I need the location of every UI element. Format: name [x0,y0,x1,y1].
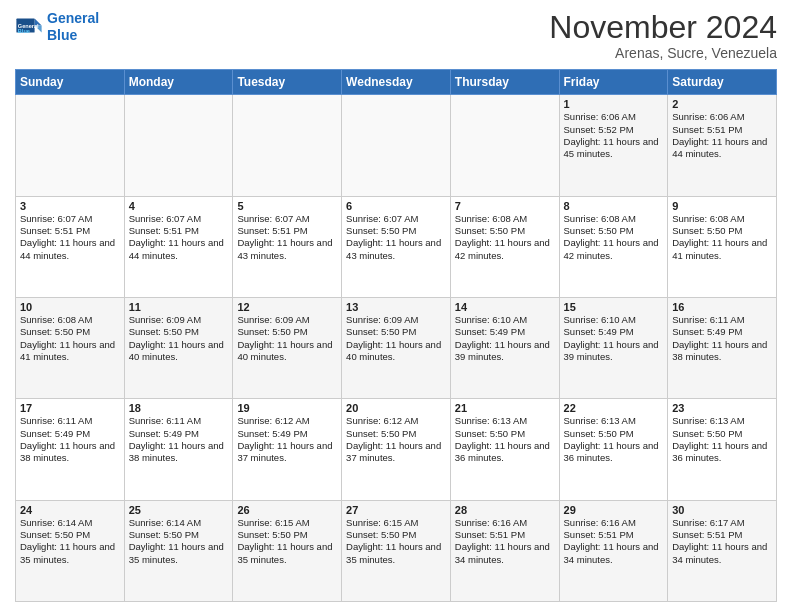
day-info: Sunset: 5:49 PM [129,428,229,440]
calendar-cell: 28Sunrise: 6:16 AMSunset: 5:51 PMDayligh… [450,500,559,601]
day-info: Sunrise: 6:07 AM [20,213,120,225]
day-info: Sunset: 5:49 PM [237,428,337,440]
day-info: Daylight: 11 hours and 36 minutes. [455,440,555,465]
day-info: Daylight: 11 hours and 35 minutes. [237,541,337,566]
day-info: Sunset: 5:50 PM [20,529,120,541]
calendar-cell [16,95,125,196]
day-info: Sunset: 5:50 PM [672,225,772,237]
subtitle: Arenas, Sucre, Venezuela [549,45,777,61]
day-info: Sunrise: 6:16 AM [564,517,664,529]
weekday-sunday: Sunday [16,70,125,95]
day-info: Sunrise: 6:08 AM [455,213,555,225]
weekday-wednesday: Wednesday [342,70,451,95]
day-number: 28 [455,504,555,516]
day-number: 22 [564,402,664,414]
day-info: Sunrise: 6:06 AM [672,111,772,123]
day-info: Sunrise: 6:14 AM [20,517,120,529]
calendar-cell: 25Sunrise: 6:14 AMSunset: 5:50 PMDayligh… [124,500,233,601]
day-info: Sunrise: 6:09 AM [129,314,229,326]
week-row-3: 17Sunrise: 6:11 AMSunset: 5:49 PMDayligh… [16,399,777,500]
day-info: Daylight: 11 hours and 38 minutes. [129,440,229,465]
day-info: Daylight: 11 hours and 42 minutes. [564,237,664,262]
calendar-cell: 18Sunrise: 6:11 AMSunset: 5:49 PMDayligh… [124,399,233,500]
weekday-tuesday: Tuesday [233,70,342,95]
day-number: 29 [564,504,664,516]
weekday-monday: Monday [124,70,233,95]
day-info: Daylight: 11 hours and 44 minutes. [20,237,120,262]
day-info: Sunrise: 6:07 AM [237,213,337,225]
day-info: Sunrise: 6:16 AM [455,517,555,529]
day-info: Sunset: 5:51 PM [564,529,664,541]
day-info: Daylight: 11 hours and 38 minutes. [672,339,772,364]
calendar-cell: 26Sunrise: 6:15 AMSunset: 5:50 PMDayligh… [233,500,342,601]
calendar-cell [342,95,451,196]
calendar-cell: 19Sunrise: 6:12 AMSunset: 5:49 PMDayligh… [233,399,342,500]
weekday-saturday: Saturday [668,70,777,95]
day-number: 2 [672,98,772,110]
day-number: 8 [564,200,664,212]
day-info: Sunset: 5:50 PM [455,428,555,440]
day-info: Sunset: 5:49 PM [564,326,664,338]
day-info: Daylight: 11 hours and 38 minutes. [20,440,120,465]
calendar-cell: 4Sunrise: 6:07 AMSunset: 5:51 PMDaylight… [124,196,233,297]
day-info: Sunrise: 6:11 AM [672,314,772,326]
calendar-cell: 2Sunrise: 6:06 AMSunset: 5:51 PMDaylight… [668,95,777,196]
day-info: Sunset: 5:50 PM [672,428,772,440]
weekday-friday: Friday [559,70,668,95]
day-info: Daylight: 11 hours and 44 minutes. [672,136,772,161]
day-number: 23 [672,402,772,414]
calendar-cell: 12Sunrise: 6:09 AMSunset: 5:50 PMDayligh… [233,297,342,398]
day-number: 20 [346,402,446,414]
calendar-table: SundayMondayTuesdayWednesdayThursdayFrid… [15,69,777,602]
day-info: Daylight: 11 hours and 37 minutes. [237,440,337,465]
day-info: Daylight: 11 hours and 35 minutes. [20,541,120,566]
day-info: Sunrise: 6:13 AM [455,415,555,427]
day-number: 16 [672,301,772,313]
calendar-cell: 27Sunrise: 6:15 AMSunset: 5:50 PMDayligh… [342,500,451,601]
day-number: 11 [129,301,229,313]
day-info: Sunrise: 6:11 AM [20,415,120,427]
day-info: Sunset: 5:50 PM [346,326,446,338]
day-info: Daylight: 11 hours and 34 minutes. [672,541,772,566]
day-info: Daylight: 11 hours and 37 minutes. [346,440,446,465]
day-number: 4 [129,200,229,212]
calendar-cell: 20Sunrise: 6:12 AMSunset: 5:50 PMDayligh… [342,399,451,500]
day-number: 6 [346,200,446,212]
calendar-cell: 6Sunrise: 6:07 AMSunset: 5:50 PMDaylight… [342,196,451,297]
day-info: Daylight: 11 hours and 42 minutes. [455,237,555,262]
day-info: Sunset: 5:50 PM [346,225,446,237]
calendar-cell: 15Sunrise: 6:10 AMSunset: 5:49 PMDayligh… [559,297,668,398]
day-number: 5 [237,200,337,212]
day-info: Sunset: 5:49 PM [455,326,555,338]
day-info: Sunset: 5:50 PM [564,428,664,440]
calendar-cell [124,95,233,196]
day-info: Daylight: 11 hours and 41 minutes. [20,339,120,364]
day-number: 30 [672,504,772,516]
day-info: Sunrise: 6:14 AM [129,517,229,529]
day-info: Daylight: 11 hours and 40 minutes. [129,339,229,364]
week-row-1: 3Sunrise: 6:07 AMSunset: 5:51 PMDaylight… [16,196,777,297]
day-number: 25 [129,504,229,516]
calendar-cell: 9Sunrise: 6:08 AMSunset: 5:50 PMDaylight… [668,196,777,297]
day-info: Sunrise: 6:10 AM [455,314,555,326]
day-info: Sunrise: 6:06 AM [564,111,664,123]
calendar-cell: 24Sunrise: 6:14 AMSunset: 5:50 PMDayligh… [16,500,125,601]
day-info: Sunset: 5:50 PM [346,428,446,440]
month-title: November 2024 [549,10,777,45]
day-info: Sunset: 5:49 PM [20,428,120,440]
day-number: 9 [672,200,772,212]
day-number: 17 [20,402,120,414]
day-number: 19 [237,402,337,414]
calendar-cell: 22Sunrise: 6:13 AMSunset: 5:50 PMDayligh… [559,399,668,500]
day-info: Sunset: 5:51 PM [672,124,772,136]
day-info: Sunrise: 6:09 AM [237,314,337,326]
day-number: 7 [455,200,555,212]
week-row-4: 24Sunrise: 6:14 AMSunset: 5:50 PMDayligh… [16,500,777,601]
day-info: Sunset: 5:51 PM [237,225,337,237]
day-info: Sunrise: 6:08 AM [564,213,664,225]
day-info: Daylight: 11 hours and 40 minutes. [346,339,446,364]
day-info: Sunrise: 6:15 AM [346,517,446,529]
week-row-2: 10Sunrise: 6:08 AMSunset: 5:50 PMDayligh… [16,297,777,398]
weekday-thursday: Thursday [450,70,559,95]
calendar-cell: 1Sunrise: 6:06 AMSunset: 5:52 PMDaylight… [559,95,668,196]
